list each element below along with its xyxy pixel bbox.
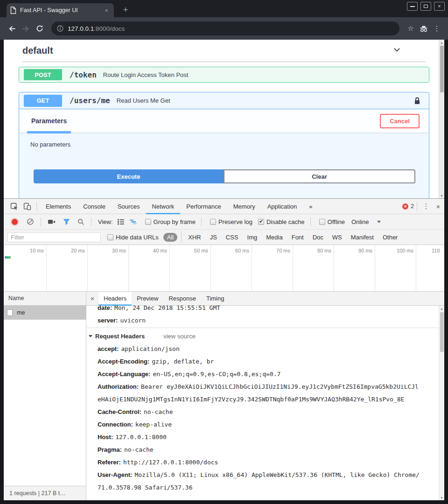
checkbox-hide-data-urls[interactable]: Hide data URLs (107, 234, 159, 241)
endpoint-post-row[interactable]: POST /token Route Login Access Token Pos… (19, 67, 429, 83)
requests-empty-area (4, 320, 86, 486)
new-tab-button[interactable]: + (119, 4, 132, 16)
browser-menu-button[interactable]: ⋮ (430, 22, 443, 35)
throttling-dropdown[interactable]: Online (351, 218, 381, 225)
timeline-tick: 90 ms (334, 245, 375, 291)
checkbox-label: Preserve log (218, 218, 252, 225)
devtools-tab[interactable]: Performance (180, 199, 227, 214)
inspect-cursor-icon (10, 203, 18, 210)
scroll-down-icon[interactable]: ▼ (439, 193, 444, 198)
details-tab[interactable]: Headers (98, 292, 132, 306)
request-headers-section-header[interactable]: Request Headers view source (86, 330, 439, 343)
forward-button[interactable] (19, 21, 33, 35)
filter-type[interactable]: All (163, 233, 177, 242)
view-list-button[interactable] (117, 218, 125, 225)
header-value: uvicorn (120, 317, 146, 324)
checkbox-offline[interactable]: Offline (319, 218, 345, 225)
separator (310, 217, 311, 226)
details-tab[interactable]: Response (163, 292, 201, 306)
minimize-button[interactable] (407, 2, 418, 11)
page-scrollbar[interactable]: ▲ ▼ (439, 40, 444, 198)
devtools-tab[interactable]: Sources (112, 199, 146, 214)
timeline-tick: 60 ms (211, 245, 252, 291)
header-name: Referer (98, 459, 121, 466)
devtools-tab[interactable]: Network (146, 199, 181, 214)
filter-type[interactable]: Doc (309, 233, 327, 242)
address-bar[interactable]: 127.0.0.1:8000/docs (51, 21, 399, 35)
search-button[interactable] (77, 218, 84, 225)
clear-button[interactable]: Clear (224, 169, 415, 183)
filter-type[interactable]: Manifest (347, 233, 378, 242)
record-button[interactable] (12, 219, 18, 225)
filter-type[interactable]: Font (288, 233, 308, 242)
devtools-tab[interactable]: Application (261, 199, 303, 214)
maximize-icon (424, 5, 428, 8)
header-value: Mozilla/5.0 (X11; Linux x86_64) AppleWeb… (98, 471, 420, 491)
reload-button[interactable] (33, 21, 47, 35)
cancel-button[interactable]: Cancel (380, 114, 420, 128)
chevron-down-icon[interactable] (392, 45, 401, 56)
request-header-row: Pragmano-cache (86, 443, 439, 456)
devtools-tab[interactable]: Memory (227, 199, 261, 214)
filter-type[interactable]: XHR (184, 233, 204, 242)
checkbox-preserve-log[interactable]: Preserve log (210, 218, 252, 225)
scrollbar-thumb[interactable] (440, 46, 444, 92)
maximize-button[interactable] (420, 2, 431, 11)
parameters-tab[interactable]: Parameters (30, 109, 68, 133)
timeline-tick: 80 ms (293, 245, 334, 291)
execute-button[interactable]: Execute (34, 169, 224, 183)
checkbox-disable-cache[interactable]: Disable cache (258, 218, 305, 225)
close-window-button[interactable]: × (434, 2, 445, 11)
filter-type[interactable]: JS (206, 233, 221, 242)
filter-type[interactable]: CSS (222, 233, 242, 242)
scrollbar-thumb[interactable] (440, 312, 444, 352)
device-toolbar-button[interactable] (21, 200, 34, 213)
view-waterfall-button[interactable] (129, 218, 137, 225)
view-source-link[interactable]: view source (163, 330, 196, 343)
scroll-up-icon[interactable]: ▲ (439, 306, 444, 311)
details-close-button[interactable]: × (86, 294, 98, 302)
filter-type[interactable]: Media (262, 233, 286, 242)
header-value: en-US,en;q=0.9,es-CO;q=0.8,es;q=0.7 (153, 371, 280, 378)
filter-input[interactable] (7, 232, 101, 242)
filter-type[interactable]: WS (329, 233, 346, 242)
filter-type[interactable]: Other (379, 233, 402, 242)
endpoint-get-block: GET /users/me Read Users Me Get Paramete… (19, 92, 429, 198)
titlebar: Fast API - Swagger UI × + × (0, 0, 448, 17)
more-tabs-button[interactable]: » (303, 199, 318, 214)
scroll-down-icon[interactable]: ▼ (439, 495, 444, 500)
error-badge[interactable]: ✕ 2 (402, 203, 414, 210)
network-overview-timeline[interactable]: 10 ms 20 ms 30 ms 40 ms 50 ms 60 ms 70 m… (4, 245, 444, 292)
filter-toggle-button[interactable] (63, 218, 70, 225)
section-title: default (22, 45, 53, 56)
request-file-icon (7, 309, 13, 316)
devtools-tab[interactable]: Elements (40, 199, 77, 214)
header-name: Accept-Language (98, 371, 150, 378)
endpoint-get-row[interactable]: GET /users/me Read Users Me Get (19, 92, 429, 109)
details-tab[interactable]: Preview (132, 292, 163, 306)
devtools-menu-button[interactable]: ⋮ (420, 202, 432, 210)
checkbox-icon (258, 219, 264, 225)
capture-screenshots-button[interactable] (48, 218, 56, 225)
response-header-row: dateMon, 24 Dec 2018 15:55:51 GMT (86, 306, 439, 314)
inspect-element-button[interactable] (7, 200, 21, 213)
browser-tab[interactable]: Fast API - Swagger UI × (7, 3, 114, 17)
scroll-up-icon[interactable]: ▲ (439, 40, 444, 45)
tab-close-icon[interactable]: × (103, 7, 110, 14)
list-view-icon (117, 218, 125, 225)
separator (91, 217, 91, 226)
clear-requests-button[interactable] (27, 218, 34, 225)
auth-lock-button[interactable] (414, 97, 420, 105)
details-scrollbar[interactable]: ▲ ▼ (439, 306, 444, 500)
request-row[interactable]: me (4, 306, 86, 320)
devtools-tab[interactable]: Console (77, 199, 112, 214)
details-tab[interactable]: Timing (201, 292, 230, 306)
filter-type[interactable]: Img (244, 233, 261, 242)
devtools-close-button[interactable]: × (432, 203, 444, 210)
back-button[interactable] (5, 21, 19, 35)
request-header-row: Accept-Encodinggzip, deflate, br (86, 355, 439, 368)
section-header[interactable]: default (22, 40, 426, 62)
checkbox-group-by-frame[interactable]: Group by frame (145, 218, 196, 225)
bookmark-button[interactable]: ☆ (404, 22, 417, 35)
name-column-header[interactable]: Name (4, 292, 86, 306)
